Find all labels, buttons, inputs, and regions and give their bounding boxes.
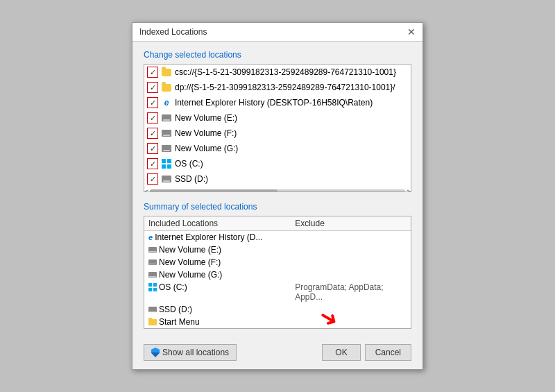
show-all-locations-label: Show all locations xyxy=(162,348,229,357)
included-location: SSD (D:) xyxy=(144,303,291,316)
col-header-included: Included Locations xyxy=(144,216,291,231)
excluded-location xyxy=(291,316,411,328)
location-checkbox[interactable] xyxy=(147,173,158,185)
svg-rect-0 xyxy=(162,159,166,163)
summary-section: Summary of selected locations Included L… xyxy=(144,202,411,329)
summary-table-container: Included Locations Exclude eInternet Exp… xyxy=(144,216,411,329)
location-text: OS (C:) xyxy=(175,159,203,169)
locations-list: csc://{S-1-5-21-3099182313-2592489289-76… xyxy=(144,65,411,187)
location-text: New Volume (F:) xyxy=(175,128,237,138)
windows-icon xyxy=(161,158,172,169)
excluded-location xyxy=(291,231,411,244)
list-item[interactable]: New Volume (F:) xyxy=(144,126,411,141)
summary-section-label: Summary of selected locations xyxy=(144,202,411,212)
folder-icon xyxy=(161,67,172,78)
scroll-nav: < > xyxy=(144,187,411,192)
dialog-body: Change selected locations csc://{S-1-5-2… xyxy=(133,42,422,337)
excluded-location xyxy=(291,303,411,316)
ie-icon: e xyxy=(161,97,172,108)
dialog-title: Indexed Locations xyxy=(139,27,207,37)
excluded-location: ProgramData; AppData; AppD... xyxy=(291,281,411,303)
list-item[interactable]: eInternet Explorer History (DESKTOP-16H5… xyxy=(144,95,411,110)
location-checkbox[interactable] xyxy=(147,158,158,169)
close-button[interactable]: ✕ xyxy=(407,27,416,37)
indexed-locations-dialog: Indexed Locations ✕ Change selected loca… xyxy=(132,22,423,370)
svg-rect-4 xyxy=(148,283,152,287)
scroll-right-arrow[interactable]: > xyxy=(407,188,411,192)
show-all-locations-button[interactable]: Show all locations xyxy=(144,344,237,361)
location-checkbox[interactable] xyxy=(147,128,158,139)
folder-icon xyxy=(161,82,172,93)
location-text: Internet Explorer History (DESKTOP-16H58… xyxy=(175,98,373,108)
included-location: New Volume (E:) xyxy=(144,244,291,256)
svg-rect-6 xyxy=(148,288,152,291)
footer-buttons: Show all locations OK Cancel xyxy=(133,337,422,369)
list-item[interactable]: csc://{S-1-5-21-3099182313-2592489289-76… xyxy=(144,65,411,80)
table-row: Start Menu xyxy=(144,316,411,328)
location-text: csc://{S-1-5-21-3099182313-2592489289-76… xyxy=(175,67,396,77)
col-header-exclude: Exclude xyxy=(291,216,411,231)
included-location: New Volume (F:) xyxy=(144,256,291,269)
included-location: Start Menu xyxy=(144,316,291,328)
table-row: OS (C:)ProgramData; AppData; AppD... xyxy=(144,281,411,303)
location-checkbox[interactable] xyxy=(147,97,158,108)
cancel-button[interactable]: Cancel xyxy=(365,344,411,361)
shield-icon xyxy=(151,348,160,357)
svg-rect-5 xyxy=(153,283,157,287)
right-buttons: OK Cancel xyxy=(322,344,411,361)
svg-rect-1 xyxy=(167,159,171,163)
location-text: SSD (D:) xyxy=(175,174,208,184)
scroll-left-arrow[interactable]: < xyxy=(144,188,148,192)
drive-icon xyxy=(161,128,172,139)
table-row: SSD (D:) xyxy=(144,303,411,316)
title-bar: Indexed Locations ✕ xyxy=(133,23,422,42)
location-checkbox[interactable] xyxy=(147,112,158,123)
list-item[interactable]: New Volume (G:) xyxy=(144,141,411,156)
summary-table: Included Locations Exclude eInternet Exp… xyxy=(144,216,411,328)
drive-icon xyxy=(161,143,172,154)
svg-rect-2 xyxy=(162,164,166,169)
list-item[interactable]: SSD (D:) xyxy=(144,171,411,187)
svg-rect-7 xyxy=(153,288,157,291)
location-text: dp://{S-1-5-21-3099182313-2592489289-764… xyxy=(175,83,395,92)
table-row: eInternet Explorer History (D... xyxy=(144,231,411,244)
location-checkbox[interactable] xyxy=(147,143,158,154)
drive-icon xyxy=(161,112,172,123)
location-text: New Volume (G:) xyxy=(175,144,238,153)
excluded-location xyxy=(291,244,411,256)
location-checkbox[interactable] xyxy=(147,67,158,78)
svg-rect-3 xyxy=(167,164,171,169)
table-row: New Volume (G:) xyxy=(144,269,411,281)
included-location: eInternet Explorer History (D... xyxy=(144,231,291,244)
ok-button[interactable]: OK xyxy=(322,344,360,361)
locations-list-container[interactable]: csc://{S-1-5-21-3099182313-2592489289-76… xyxy=(144,64,411,192)
location-text: New Volume (E:) xyxy=(175,113,237,123)
location-checkbox[interactable] xyxy=(147,82,158,93)
list-item[interactable]: OS (C:) xyxy=(144,156,411,171)
included-location: New Volume (G:) xyxy=(144,269,291,281)
excluded-location xyxy=(291,269,411,281)
included-location: OS (C:) xyxy=(144,281,291,293)
table-row: New Volume (F:) xyxy=(144,256,411,269)
table-row: New Volume (E:) xyxy=(144,244,411,256)
change-section-label: Change selected locations xyxy=(144,50,411,60)
drive-icon xyxy=(161,173,172,185)
list-item[interactable]: New Volume (E:) xyxy=(144,110,411,126)
list-item[interactable]: dp://{S-1-5-21-3099182313-2592489289-764… xyxy=(144,80,411,95)
excluded-location xyxy=(291,256,411,269)
